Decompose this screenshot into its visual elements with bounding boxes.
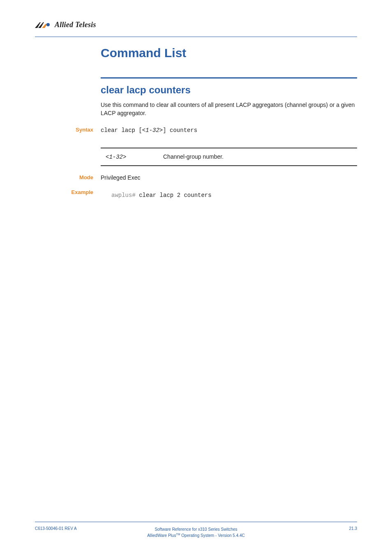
mode-label: Mode (35, 174, 101, 180)
footer-doc-id: C613-50046-01 REV A (35, 526, 109, 531)
example-value: awplus# clear lacp 2 counters (101, 189, 357, 199)
command-block: clear lacp counters Use this command to … (101, 77, 357, 199)
allied-telesis-logo-icon (35, 21, 52, 29)
main-content: Command List clear lacp counters Use thi… (101, 46, 357, 199)
example-prompt: awplus# (111, 192, 136, 199)
mode-row: Mode Privileged Exec (101, 174, 357, 181)
footer-line1: Software Reference for x310 Series Switc… (109, 526, 283, 532)
param-desc: Channel-group number. (163, 153, 224, 160)
example-command: clear lacp 2 counters (136, 192, 212, 199)
syntax-value: clear lacp [<1-32>] counters <1-32> Chan… (101, 127, 357, 166)
footer-center: Software Reference for x310 Series Switc… (109, 526, 283, 539)
page-header: Allied Telesis (35, 21, 357, 37)
example-box: awplus# clear lacp 2 counters (111, 192, 357, 199)
param-key: <1-32> (106, 154, 163, 160)
syntax-label: Syntax (35, 127, 101, 133)
param-table: <1-32> Channel-group number. (101, 141, 357, 166)
syntax-row: Syntax clear lacp [<1-32>] counters <1-3… (101, 127, 357, 166)
page-title: Command List (101, 46, 357, 60)
brand-name: Allied Telesis (55, 21, 96, 29)
command-heading: clear lacp counters (101, 84, 357, 96)
footer-page-number: 21.3 (283, 526, 357, 531)
mode-value: Privileged Exec (101, 174, 357, 181)
page-footer: C613-50046-01 REV A Software Reference f… (35, 522, 357, 539)
example-row: Example awplus# clear lacp 2 counters (101, 189, 357, 199)
footer-line2: AlliedWare PlusTM Operating System - Ver… (109, 532, 283, 539)
syntax-text: clear lacp [<1-32>] counters (101, 127, 197, 134)
svg-point-3 (46, 23, 50, 26)
brand-logo: Allied Telesis (35, 21, 357, 29)
param-row: <1-32> Channel-group number. (101, 148, 357, 166)
example-label: Example (35, 189, 101, 195)
command-description: Use this command to clear all counters o… (101, 101, 357, 118)
param-table-head (101, 141, 357, 148)
